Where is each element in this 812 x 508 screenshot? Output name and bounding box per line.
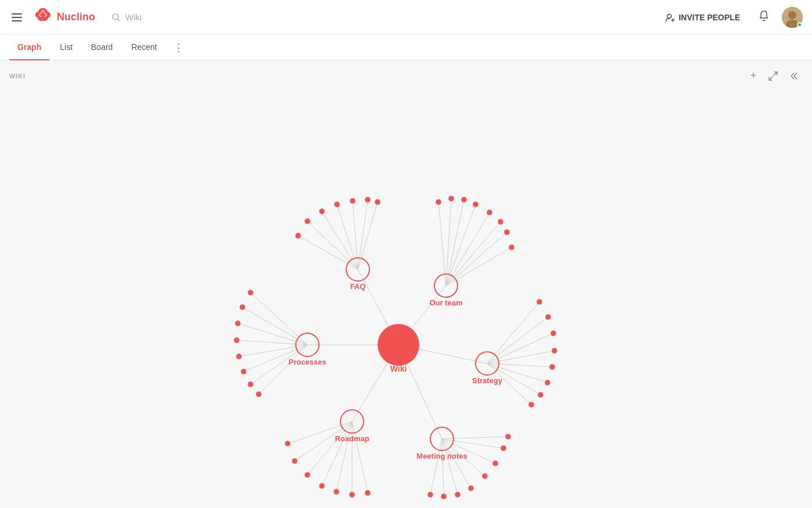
svg-line-33 — [446, 204, 476, 286]
roadmap-label: Roadmap — [335, 434, 369, 443]
tab-board[interactable]: Board — [83, 35, 121, 60]
svg-line-95 — [442, 439, 471, 488]
svg-point-106 — [501, 445, 506, 451]
svg-point-59 — [241, 369, 246, 374]
tab-list[interactable]: List — [52, 35, 81, 60]
header-right: INVITE PEOPLE — [659, 7, 803, 28]
wiki-center-label: Wiki — [390, 364, 407, 373]
svg-point-28 — [365, 197, 371, 203]
svg-point-23 — [295, 233, 301, 239]
svg-line-35 — [446, 222, 501, 286]
strategy-label: Strategy — [472, 376, 503, 385]
svg-point-71 — [545, 314, 551, 320]
svg-point-74 — [549, 364, 555, 370]
svg-point-26 — [334, 201, 340, 207]
invite-people-label: INVITE PEOPLE — [679, 13, 740, 22]
logo-brain-icon — [34, 7, 52, 27]
more-options-icon[interactable]: ⋮ — [170, 39, 187, 56]
svg-point-77 — [528, 402, 534, 408]
search-area[interactable]: Wiki — [104, 9, 148, 26]
svg-point-91 — [365, 490, 371, 496]
svg-point-88 — [319, 483, 325, 489]
svg-line-1 — [118, 19, 119, 21]
svg-point-56 — [235, 320, 241, 326]
svg-point-86 — [292, 458, 298, 464]
svg-line-48 — [238, 323, 307, 345]
app-header: Nuclino Wiki INVITE PEOPLE — [0, 0, 812, 35]
svg-point-54 — [248, 290, 253, 296]
faq-label: FAQ — [350, 282, 366, 291]
svg-point-103 — [468, 485, 474, 491]
search-icon — [111, 13, 121, 22]
svg-line-92 — [430, 439, 442, 495]
svg-line-84 — [352, 421, 368, 493]
svg-point-29 — [375, 199, 380, 205]
svg-point-70 — [536, 299, 542, 305]
svg-point-100 — [427, 492, 433, 498]
svg-point-57 — [234, 337, 240, 343]
svg-point-104 — [482, 473, 488, 479]
svg-point-61 — [256, 391, 262, 397]
svg-point-6 — [788, 11, 796, 19]
svg-point-27 — [350, 198, 356, 204]
svg-line-30 — [438, 202, 446, 286]
svg-point-87 — [304, 472, 310, 478]
svg-point-73 — [552, 348, 557, 354]
view-tabs: Graph List Board Recent ⋮ — [0, 35, 812, 60]
knowledge-graph-svg[interactable]: Wiki FAQ Our team Processes Strategy Roa… — [0, 60, 812, 508]
svg-point-102 — [455, 492, 461, 498]
svg-point-40 — [461, 197, 467, 203]
tab-graph[interactable]: Graph — [9, 35, 49, 60]
svg-line-93 — [442, 439, 444, 496]
logo-text: Nuclino — [57, 11, 95, 23]
svg-point-45 — [509, 244, 514, 250]
svg-line-82 — [336, 421, 352, 492]
ourteam-label: Our team — [429, 298, 462, 307]
svg-point-2 — [668, 14, 672, 18]
svg-point-107 — [505, 434, 511, 439]
search-label: Wiki — [125, 12, 142, 22]
svg-line-64 — [487, 333, 553, 363]
svg-point-25 — [319, 208, 325, 214]
svg-point-101 — [441, 493, 447, 499]
svg-point-76 — [538, 392, 543, 398]
svg-point-55 — [240, 304, 245, 310]
person-add-icon — [665, 12, 675, 23]
svg-point-72 — [550, 330, 556, 336]
processes-label: Processes — [288, 358, 326, 366]
svg-point-41 — [473, 201, 478, 207]
svg-line-99 — [442, 437, 508, 439]
svg-point-44 — [504, 229, 510, 235]
svg-point-85 — [285, 441, 291, 446]
svg-point-105 — [492, 460, 498, 466]
svg-point-38 — [436, 199, 441, 205]
svg-point-89 — [334, 489, 339, 495]
meetingnotes-label: Meeting notes — [416, 452, 467, 460]
logo-link[interactable]: Nuclino — [34, 7, 95, 27]
svg-point-42 — [487, 210, 492, 215]
invite-people-button[interactable]: INVITE PEOPLE — [659, 9, 746, 26]
online-status-dot — [797, 22, 802, 27]
svg-line-34 — [446, 212, 490, 286]
svg-point-24 — [304, 218, 310, 224]
wiki-center-node[interactable] — [378, 324, 419, 366]
svg-point-39 — [448, 196, 454, 201]
svg-point-43 — [498, 219, 503, 225]
svg-line-81 — [322, 421, 352, 486]
hamburger-menu-button[interactable] — [9, 11, 24, 24]
svg-line-53 — [259, 345, 307, 394]
notifications-bell-icon[interactable] — [757, 9, 770, 25]
svg-point-60 — [248, 381, 253, 387]
graph-view: WIKI + — [0, 60, 812, 508]
user-avatar[interactable] — [782, 7, 803, 28]
svg-point-58 — [236, 354, 242, 359]
tab-recent[interactable]: Recent — [123, 35, 165, 60]
svg-line-80 — [307, 421, 352, 475]
svg-line-22 — [358, 202, 378, 269]
svg-point-90 — [349, 492, 355, 498]
svg-point-75 — [545, 380, 550, 385]
